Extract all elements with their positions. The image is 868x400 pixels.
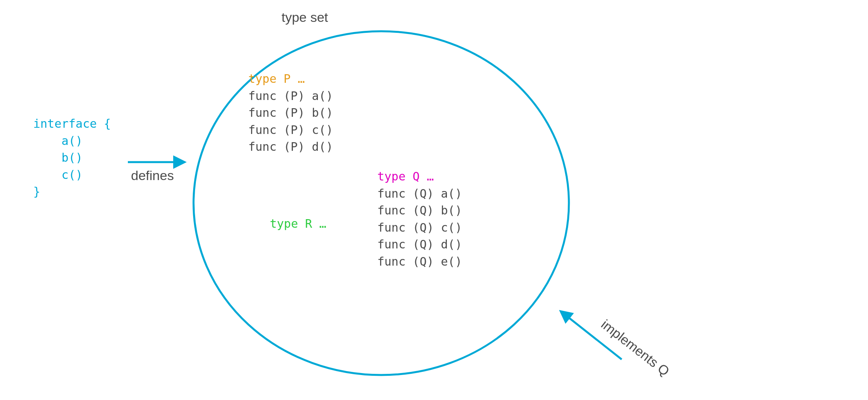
type-q-func-a: func (Q) a() — [377, 187, 462, 200]
type-r-decl: type R … — [270, 217, 326, 230]
type-q-func-d: func (Q) d() — [377, 238, 462, 251]
type-q-func-b: func (Q) b() — [377, 204, 462, 217]
type-q-func-c: func (Q) c() — [377, 221, 462, 234]
implements-q-arrow — [562, 312, 622, 359]
type-set-label: type set — [282, 10, 328, 25]
defines-label: defines — [131, 168, 174, 183]
diagram-root: implements Q type set interface { a() b(… — [0, 0, 868, 400]
type-p-func-b: func (P) b() — [248, 106, 333, 120]
type-q-decl: type Q … — [377, 170, 434, 183]
type-q-func-e: func (Q) e() — [377, 255, 462, 268]
interface-method-a: a() — [61, 134, 82, 148]
type-p-func-d: func (P) d() — [248, 140, 333, 154]
type-p-block: type P … func (P) a() func (P) b() func … — [248, 70, 333, 155]
type-p-func-a: func (P) a() — [248, 89, 333, 103]
interface-method-c: c() — [61, 168, 82, 182]
interface-block: interface { a() b() c() } — [33, 115, 111, 200]
interface-close: } — [33, 185, 40, 198]
type-p-decl: type P … — [248, 72, 305, 86]
implements-q-label: implements Q — [599, 317, 673, 379]
interface-method-b: b() — [61, 151, 82, 164]
type-q-block: type Q … func (Q) a() func (Q) b() func … — [377, 168, 462, 270]
interface-open: interface { — [33, 117, 111, 130]
type-p-func-c: func (P) c() — [248, 123, 333, 137]
